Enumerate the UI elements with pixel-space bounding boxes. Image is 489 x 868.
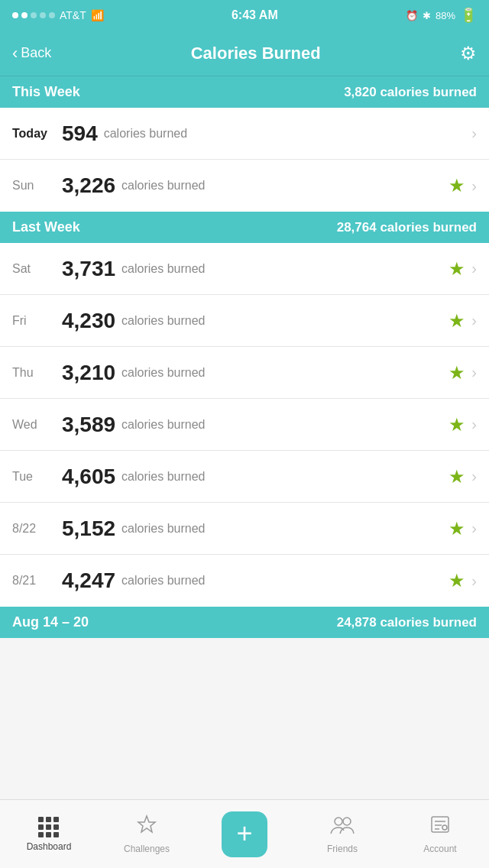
calories-value: 3,731 (62, 257, 115, 281)
carrier-label: AT&T (60, 9, 86, 21)
calories-value: 4,230 (62, 309, 115, 333)
chevron-right-icon: › (471, 468, 477, 485)
star-icon: ★ (449, 362, 465, 384)
plus-icon: + (236, 820, 252, 847)
this-week-label: This Week (12, 84, 80, 100)
list-item[interactable]: 8/22 5,152 calories burned ★ › (0, 503, 489, 555)
battery-label: 88% (436, 10, 455, 21)
status-time: 6:43 AM (232, 8, 278, 22)
aug-14-20-label: Aug 14 – 20 (12, 614, 89, 630)
dot4 (40, 12, 46, 18)
calories-unit: calories burned (121, 366, 449, 380)
calories-unit: calories burned (121, 179, 449, 193)
add-button[interactable]: + (222, 811, 267, 857)
calories-unit: calories burned (121, 262, 449, 276)
nav-bar: ‹ Back Calories Burned ⚙ (0, 31, 489, 76)
list-item[interactable]: Sat 3,731 calories burned ★ › (0, 243, 489, 295)
this-week-header: This Week 3,820 calories burned (0, 76, 489, 108)
star-icon: ★ (449, 414, 465, 436)
svg-point-1 (335, 818, 342, 825)
chevron-right-icon: › (471, 177, 477, 195)
tab-challenges-label: Challenges (124, 844, 170, 854)
star-icon: ★ (449, 518, 465, 539)
settings-button[interactable]: ⚙ (460, 43, 477, 64)
this-week-total: 3,820 calories burned (344, 85, 477, 100)
list-item[interactable]: Thu 3,210 calories burned ★ › (0, 347, 489, 399)
wifi-icon: 📶 (91, 9, 104, 21)
alarm-icon: ⏰ (406, 10, 418, 21)
day-label: Sat (12, 262, 62, 276)
svg-point-7 (442, 825, 447, 830)
svg-point-2 (343, 818, 351, 825)
account-icon (429, 814, 451, 840)
list-item[interactable]: Wed 3,589 calories burned ★ › (0, 399, 489, 451)
svg-marker-0 (138, 816, 155, 832)
chevron-right-icon: › (471, 260, 477, 277)
calories-unit: calories burned (121, 522, 449, 536)
dashboard-icon (38, 817, 60, 838)
page-title: Calories Burned (191, 44, 321, 63)
last-week-label: Last Week (12, 219, 80, 235)
back-button[interactable]: ‹ Back (12, 44, 51, 63)
last-week-header: Last Week 28,764 calories burned (0, 212, 489, 243)
tab-dashboard[interactable]: Dashboard (0, 800, 98, 868)
chevron-right-icon: › (471, 364, 477, 381)
calories-unit: calories burned (121, 470, 449, 484)
back-chevron-icon: ‹ (12, 44, 18, 63)
star-icon: ★ (449, 310, 465, 332)
day-label: Thu (12, 366, 62, 380)
calories-value: 4,247 (62, 568, 115, 593)
day-label: 8/21 (12, 574, 62, 588)
tab-friends[interactable]: Friends (293, 800, 391, 868)
calories-value: 5,152 (62, 517, 115, 541)
tab-bar: Dashboard Challenges + Friends (0, 799, 489, 868)
last-week-list: Sat 3,731 calories burned ★ › Fri 4,230 … (0, 243, 489, 607)
this-week-list: Today 594 calories burned › Sun 3,226 ca… (0, 108, 489, 212)
list-item[interactable]: Today 594 calories burned › (0, 108, 489, 160)
calories-value: 3,226 (62, 173, 115, 198)
chevron-right-icon: › (471, 312, 477, 329)
chevron-right-icon: › (471, 572, 477, 590)
bluetooth-icon: ✱ (423, 10, 431, 21)
dot5 (49, 12, 55, 18)
status-right: ⏰ ✱ 88% 🔋 (406, 7, 477, 24)
tab-friends-label: Friends (327, 844, 358, 854)
day-label: Sun (12, 179, 62, 193)
tab-dashboard-label: Dashboard (27, 841, 72, 852)
day-label: Tue (12, 470, 62, 484)
tab-account[interactable]: Account (391, 800, 489, 868)
dot2 (21, 12, 28, 18)
calories-value: 3,210 (62, 361, 115, 385)
dot1 (12, 12, 18, 18)
calories-value: 4,605 (62, 465, 115, 489)
back-label: Back (21, 45, 51, 61)
star-icon: ★ (449, 570, 465, 591)
dot3 (31, 12, 37, 18)
chevron-right-icon: › (471, 416, 477, 433)
list-item[interactable]: Fri 4,230 calories burned ★ › (0, 295, 489, 347)
battery-icon: 🔋 (460, 7, 477, 24)
signal-dots (12, 12, 55, 18)
star-icon: ★ (449, 175, 465, 196)
calories-value: 3,589 (62, 413, 115, 437)
tab-challenges[interactable]: Challenges (98, 800, 196, 868)
day-label: Fri (12, 314, 62, 328)
chevron-right-icon: › (471, 520, 477, 537)
calories-value: 594 (62, 121, 98, 146)
calories-unit: calories burned (121, 574, 449, 588)
calories-unit: calories burned (121, 418, 449, 432)
day-label: 8/22 (12, 522, 62, 536)
star-icon: ★ (449, 466, 465, 487)
status-left: AT&T 📶 (12, 9, 104, 21)
chevron-right-icon: › (471, 125, 477, 142)
status-bar: AT&T 📶 6:43 AM ⏰ ✱ 88% 🔋 (0, 0, 489, 31)
day-label: Today (12, 127, 62, 141)
star-icon: ★ (449, 258, 465, 280)
list-item[interactable]: Sun 3,226 calories burned ★ › (0, 160, 489, 212)
tab-add[interactable]: + (196, 800, 293, 868)
list-item[interactable]: 8/21 4,247 calories burned ★ › (0, 555, 489, 607)
day-label: Wed (12, 418, 62, 432)
tab-account-label: Account (423, 844, 456, 854)
list-item[interactable]: Tue 4,605 calories burned ★ › (0, 451, 489, 503)
aug-14-20-total: 24,878 calories burned (337, 615, 477, 630)
